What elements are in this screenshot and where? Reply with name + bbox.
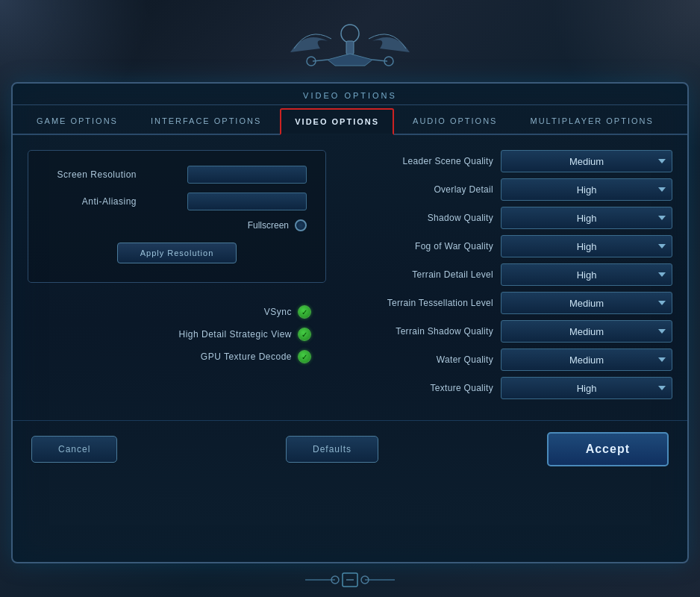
- quality-row-4: Terrain Detail Level High: [349, 263, 672, 286]
- screen-resolution-input[interactable]: [187, 166, 307, 184]
- accept-button[interactable]: Accept: [547, 432, 669, 466]
- vsync-toggle[interactable]: ✓: [298, 305, 311, 319]
- tab-game[interactable]: GAME OPTIONS: [22, 108, 132, 135]
- cancel-button[interactable]: Cancel: [31, 436, 117, 463]
- tab-audio[interactable]: AUDIO OPTIONS: [399, 108, 511, 135]
- fullscreen-label: Fullscreen: [248, 220, 289, 231]
- quality-row-5: Terrain Tessellation Level Medium: [349, 292, 672, 314]
- settings-box: Screen Resolution Anti-Aliasing Fullscre…: [28, 150, 326, 283]
- defaults-button[interactable]: Defaults: [286, 436, 378, 463]
- quality-label-7: Water Quality: [349, 354, 493, 365]
- main-panel: VIDEO OPTIONS GAME OPTIONS INTERFACE OPT…: [11, 82, 689, 563]
- header-emblem: [275, 0, 425, 82]
- quality-row-0: Leader Scene Quality Medium: [349, 150, 672, 172]
- gpu-texture-toggle[interactable]: ✓: [298, 350, 311, 363]
- high-detail-toggle[interactable]: ✓: [298, 328, 311, 341]
- quality-dropdown-3[interactable]: High: [501, 235, 672, 257]
- quality-label-8: Texture Quality: [349, 383, 493, 393]
- quality-label-0: Leader Scene Quality: [349, 156, 493, 166]
- fullscreen-toggle[interactable]: [295, 219, 307, 231]
- tab-video[interactable]: VIDEO OPTIONS: [280, 108, 394, 135]
- svg-point-0: [341, 25, 359, 43]
- bottom-bar: Cancel Defaults Accept: [13, 420, 687, 478]
- quality-label-5: Terrain Tessellation Level: [349, 298, 493, 308]
- quality-dropdown-2[interactable]: High: [501, 207, 672, 229]
- quality-dropdown-7[interactable]: Medium: [501, 348, 672, 371]
- footer-emblem: [305, 567, 395, 593]
- tabs-bar: GAME OPTIONS INTERFACE OPTIONS VIDEO OPT…: [13, 105, 687, 135]
- quality-dropdown-8[interactable]: High: [501, 377, 672, 399]
- svg-rect-1: [346, 41, 354, 54]
- high-detail-label: High Detail Strategic View: [178, 329, 292, 340]
- anti-aliasing-row: Anti-Aliasing: [47, 193, 307, 210]
- toggle-section: VSync ✓ High Detail Strategic View ✓ GPU…: [28, 298, 326, 380]
- anti-aliasing-input[interactable]: [187, 193, 307, 210]
- quality-row-8: Texture Quality High: [349, 377, 672, 399]
- apply-resolution-button[interactable]: Apply Resolution: [117, 243, 237, 263]
- panel-title: VIDEO OPTIONS: [303, 91, 397, 100]
- quality-dropdown-0[interactable]: Medium: [501, 150, 672, 172]
- vsync-label: VSync: [264, 307, 292, 317]
- quality-dropdown-6[interactable]: Medium: [501, 320, 672, 343]
- quality-label-1: Overlay Detail: [349, 184, 493, 195]
- screen-resolution-row: Screen Resolution: [47, 166, 307, 184]
- quality-row-2: Shadow Quality High: [349, 207, 672, 229]
- quality-dropdown-4[interactable]: High: [501, 263, 672, 286]
- gpu-texture-row: GPU Texture Decode ✓: [43, 350, 311, 363]
- left-column: Screen Resolution Anti-Aliasing Fullscre…: [28, 150, 326, 405]
- fullscreen-row: Fullscreen: [47, 219, 307, 231]
- vsync-row: VSync ✓: [43, 305, 311, 319]
- quality-row-6: Terrain Shadow Quality Medium: [349, 320, 672, 343]
- quality-row-7: Water Quality Medium: [349, 348, 672, 371]
- anti-aliasing-label: Anti-Aliasing: [47, 196, 137, 207]
- panel-title-bar: VIDEO OPTIONS: [13, 84, 687, 105]
- quality-label-3: Fog of War Quality: [349, 241, 493, 251]
- high-detail-row: High Detail Strategic View ✓: [43, 328, 311, 341]
- quality-row-3: Fog of War Quality High: [349, 235, 672, 257]
- quality-label-2: Shadow Quality: [349, 213, 493, 223]
- quality-dropdown-1[interactable]: High: [501, 178, 672, 201]
- tab-interface[interactable]: INTERFACE OPTIONS: [137, 108, 275, 135]
- tab-multiplayer[interactable]: MULTIPLAYER OPTIONS: [516, 108, 667, 135]
- quality-dropdown-5[interactable]: Medium: [501, 292, 672, 314]
- quality-label-6: Terrain Shadow Quality: [349, 326, 493, 337]
- right-column: Leader Scene Quality Medium Overlay Deta…: [349, 150, 672, 405]
- screen-resolution-label: Screen Resolution: [47, 169, 137, 180]
- quality-label-4: Terrain Detail Level: [349, 269, 493, 280]
- gpu-texture-label: GPU Texture Decode: [201, 351, 292, 362]
- panel-content: Screen Resolution Anti-Aliasing Fullscre…: [13, 135, 687, 416]
- quality-row-1: Overlay Detail High: [349, 178, 672, 201]
